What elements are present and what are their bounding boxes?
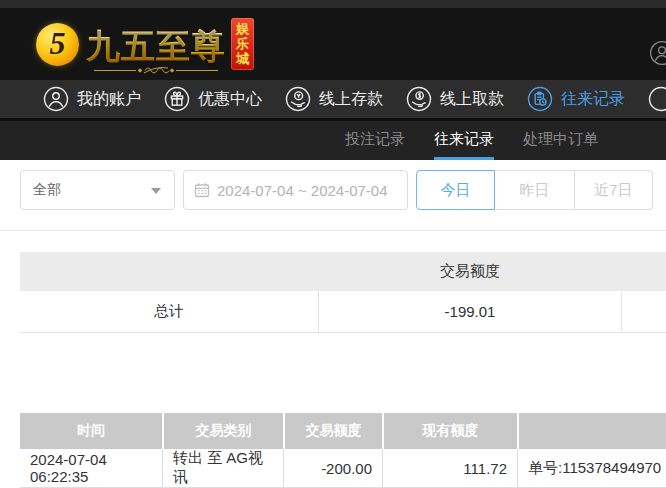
nav-label: 优惠中心 [198, 89, 262, 110]
nav-item-transaction-records[interactable]: 往来记录 [527, 86, 625, 112]
logo-title: 九五至尊 [86, 29, 226, 63]
withdraw-icon [406, 86, 432, 112]
summary-total-label: 总计 [20, 291, 318, 332]
logo-95-emblem-icon: 5 [36, 23, 79, 66]
main-navigation: 我的账户 优惠中心 线上存款 线上取款 [0, 80, 666, 121]
type-select-value: 全部 [33, 181, 61, 199]
summary-table-header: 交易额度 [20, 252, 666, 291]
cell-note: 单号:115378494970 [517, 449, 666, 487]
yesterday-button[interactable]: 昨日 [495, 170, 574, 210]
tab-betting-records[interactable]: 投注记录 [345, 121, 405, 160]
section-divider [0, 230, 666, 231]
table-row: 2024-07-04 06:22:35 转出 至 AG视讯 -200.00 11… [20, 449, 666, 488]
nav-item-deposit[interactable]: 线上存款 [285, 86, 383, 112]
calendar-icon [194, 182, 210, 198]
cell-amount: -200.00 [283, 449, 382, 487]
nav-item-my-account[interactable]: 我的账户 [43, 86, 141, 112]
records-icon [527, 86, 553, 112]
tab-processing-orders[interactable]: 处理中订单 [523, 121, 598, 160]
summary-header-amount: 交易额度 [318, 262, 622, 281]
filter-bar: 全部 2024-07-04 ~ 2024-07-04 今日 昨日 近7日 [20, 170, 666, 210]
col-header-amount: 交易额度 [283, 413, 382, 449]
records-table-header: 时间 交易类别 交易额度 现有额度 [20, 413, 666, 449]
logo-badge: 娱乐城 [231, 18, 254, 70]
records-subnav: 投注记录 往来记录 处理中订单 [0, 121, 666, 160]
site-logo[interactable]: 5 九五至尊 娱乐城 [36, 12, 254, 76]
nav-label: 线上取款 [440, 89, 504, 110]
logo-monogram: 5 [50, 25, 66, 62]
top-strip [0, 0, 666, 8]
col-header-time: 时间 [20, 413, 162, 449]
nav-label: 往来记录 [561, 89, 625, 110]
cell-balance: 111.72 [382, 449, 517, 487]
summary-table: 交易额度 总计 -199.01 [20, 252, 666, 333]
tab-transaction-records[interactable]: 往来记录 [434, 121, 494, 160]
gift-icon [164, 86, 190, 112]
summary-total-row: 总计 -199.01 [20, 291, 666, 333]
records-table: 时间 交易类别 交易额度 现有额度 2024-07-04 06:22:35 转出… [20, 413, 666, 488]
last-7-days-button[interactable]: 近7日 [574, 170, 653, 210]
nav-item-overflow[interactable] [648, 86, 666, 112]
cell-time: 2024-07-04 06:22:35 [20, 449, 162, 487]
col-header-note [517, 413, 666, 449]
site-header: 5 九五至尊 娱乐城 [0, 8, 666, 80]
nav-item-promotions[interactable]: 优惠中心 [164, 86, 262, 112]
user-icon [43, 86, 69, 112]
cell-type: 转出 至 AG视讯 [162, 449, 283, 487]
chevron-down-icon [151, 188, 161, 194]
summary-total-amount: -199.01 [318, 291, 622, 332]
nav-item-withdraw[interactable]: 线上取款 [406, 86, 504, 112]
date-range-input[interactable]: 2024-07-04 ~ 2024-07-04 [183, 170, 408, 210]
today-button[interactable]: 今日 [416, 170, 495, 210]
date-range-value: 2024-07-04 ~ 2024-07-04 [217, 182, 388, 199]
logo-badge-text: 娱乐城 [236, 22, 249, 67]
type-select[interactable]: 全部 [20, 170, 175, 210]
col-header-balance: 现有额度 [382, 413, 517, 449]
col-header-type: 交易类别 [162, 413, 283, 449]
user-avatar-icon[interactable] [649, 40, 666, 66]
quick-date-buttons: 今日 昨日 近7日 [416, 170, 653, 210]
nav-label: 线上存款 [319, 89, 383, 110]
deposit-icon [285, 86, 311, 112]
nav-label: 我的账户 [77, 89, 141, 110]
partial-circle-icon [648, 86, 666, 112]
logo-flourish-icon [92, 65, 220, 76]
